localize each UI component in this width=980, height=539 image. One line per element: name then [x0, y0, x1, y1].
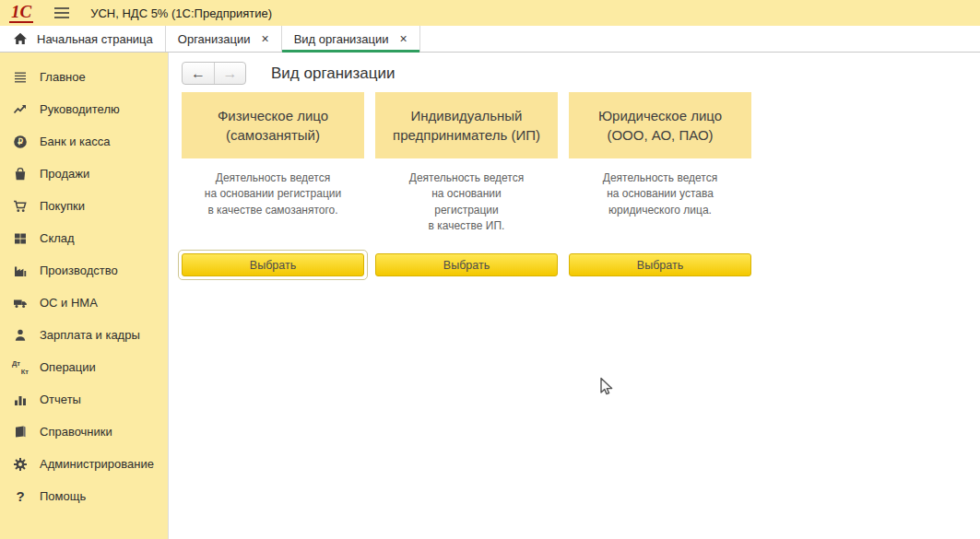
factory-icon [12, 263, 29, 279]
tab-bar: Начальная страница Организации × Вид орг… [0, 26, 980, 53]
sidebar-item-label: Помощь [40, 489, 86, 503]
back-button[interactable]: ← [183, 63, 214, 84]
forward-button[interactable]: → [214, 63, 245, 84]
page-title: Вид организации [271, 64, 396, 83]
sidebar-item-sklad[interactable]: Склад [0, 222, 168, 254]
sidebar-item-label: ОС и НМА [40, 296, 98, 310]
card-individual-selfemployed: Физическое лицо(самозанятый) Деятельност… [182, 92, 364, 276]
bar-chart-icon [12, 392, 29, 408]
truck-icon [12, 295, 29, 311]
sidebar-item-bank-i-kassa[interactable]: ₽ Банк и касса [0, 125, 168, 158]
sidebar-item-os-i-nma[interactable]: ОС и НМА [0, 287, 168, 319]
boxes-icon [12, 230, 29, 247]
question-icon: ? [12, 488, 29, 505]
tab-home[interactable]: Начальная страница [0, 26, 166, 52]
sidebar-item-label: Склад [40, 231, 75, 245]
sidebar-item-label: Банк и касса [40, 135, 111, 148]
select-button-legal-entity[interactable]: Выбрать [569, 253, 751, 276]
card-description: Деятельность ведется на основании устава… [569, 170, 751, 218]
hamburger-menu-icon[interactable] [53, 6, 70, 19]
history-nav: ← → [182, 62, 246, 85]
tab-label: Начальная страница [37, 32, 153, 46]
select-button-selfemployed[interactable]: Выбрать [182, 253, 364, 276]
sidebar-item-zarplata-i-kadry[interactable]: Зарплата и кадры [0, 319, 168, 351]
sidebar-item-label: Покупки [40, 199, 85, 213]
close-icon[interactable]: × [400, 32, 407, 45]
sidebar-item-rukovoditelyu[interactable]: Руководителю [0, 93, 168, 125]
sidebar-item-label: Руководителю [40, 102, 120, 116]
sidebar-item-label: Отчеты [40, 393, 81, 406]
tab-organizations[interactable]: Организации × [166, 26, 282, 52]
sidebar-item-pomosch[interactable]: ? Помощь [0, 480, 168, 512]
sidebar: Главное Руководителю ₽ Банк и касса Прод… [0, 53, 169, 539]
card-description: Деятельность ведется на основании регист… [375, 170, 558, 235]
sidebar-item-label: Администрирование [40, 457, 154, 471]
shopping-cart-icon [12, 198, 29, 215]
dt-kt-icon: ДтКт [12, 359, 29, 376]
cursor-icon [595, 375, 617, 397]
sidebar-item-label: Производство [40, 264, 118, 277]
menu-lines-icon [12, 69, 29, 86]
sidebar-item-glavnoe[interactable]: Главное [0, 61, 168, 93]
gear-icon [12, 456, 29, 473]
shopping-bag-icon [12, 166, 29, 182]
organization-type-cards: Физическое лицо(самозанятый) Деятельност… [182, 92, 751, 276]
sidebar-item-label: Зарплата и кадры [40, 328, 140, 342]
tab-label: Организации [178, 32, 251, 46]
tab-organization-type[interactable]: Вид организации × [282, 26, 420, 52]
window-title: УСН, НДС 5% (1С:Предприятие) [90, 6, 272, 20]
sidebar-item-label: Справочники [40, 425, 112, 439]
logo-1c: 1С [9, 3, 33, 23]
close-icon[interactable]: × [261, 32, 268, 45]
card-description: Деятельность ведется на основании регист… [182, 170, 364, 218]
sidebar-item-pokupki[interactable]: Покупки [0, 190, 168, 222]
svg-text:₽: ₽ [18, 137, 23, 146]
card-title: Индивидуальныйпредприниматель (ИП) [375, 92, 558, 158]
sidebar-item-label: Продажи [40, 167, 89, 181]
app-window: 1С УСН, НДС 5% (1С:Предприятие) Начальна… [0, 0, 980, 539]
select-button-entrepreneur[interactable]: Выбрать [375, 253, 558, 276]
home-icon [12, 30, 29, 47]
card-individual-entrepreneur: Индивидуальныйпредприниматель (ИП) Деяте… [375, 92, 558, 276]
sidebar-item-administrirovanie[interactable]: Администрирование [0, 448, 168, 480]
sidebar-item-spravochniki[interactable]: Справочники [0, 416, 168, 448]
tab-label: Вид организации [294, 32, 389, 46]
sidebar-item-label: Главное [40, 70, 86, 84]
book-icon [12, 424, 29, 440]
trend-up-icon [12, 101, 29, 118]
title-bar: 1С УСН, НДС 5% (1С:Предприятие) [0, 0, 980, 26]
card-legal-entity: Юридическое лицо(ООО, АО, ПАО) Деятельно… [569, 92, 751, 276]
sidebar-item-proizvodstvo[interactable]: Производство [0, 254, 168, 287]
main-content: ← → Вид организации Физическое лицо(само… [169, 53, 980, 539]
sidebar-item-otchety[interactable]: Отчеты [0, 383, 168, 416]
ruble-circle-icon: ₽ [12, 134, 29, 150]
sidebar-item-prodazhi[interactable]: Продажи [0, 158, 168, 190]
sidebar-item-operatsii[interactable]: ДтКт Операции [0, 351, 168, 383]
person-icon [12, 327, 29, 344]
card-title: Юридическое лицо(ООО, АО, ПАО) [569, 92, 751, 158]
sidebar-item-label: Операции [40, 360, 96, 374]
card-title: Физическое лицо(самозанятый) [182, 92, 364, 158]
